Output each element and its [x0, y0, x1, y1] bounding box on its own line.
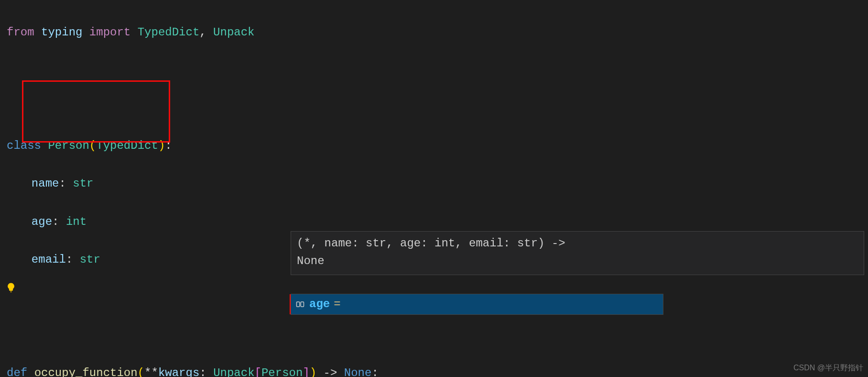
code-line[interactable] — [7, 326, 861, 345]
function-name: occupy_function — [34, 366, 138, 377]
paren-open: ( — [138, 366, 144, 377]
paren-open: ( — [89, 139, 96, 152]
keyword-def: def — [7, 366, 27, 377]
autocomplete-equals: = — [334, 295, 340, 314]
code-line[interactable]: name: str — [7, 174, 861, 193]
field-name: age — [32, 215, 52, 228]
watermark-text: CSDN @半只野指针 — [793, 362, 863, 374]
module-name: typing — [41, 26, 82, 39]
autocomplete-label: age — [309, 295, 330, 314]
variable-icon — [295, 299, 305, 310]
none-type: None — [344, 366, 372, 377]
code-editor[interactable]: from typing import TypedDict, Unpack cla… — [0, 0, 868, 377]
field-name: email — [32, 253, 66, 266]
signature-return: None — [297, 255, 325, 267]
code-line[interactable] — [7, 99, 861, 118]
import-item: TypedDict — [138, 26, 200, 39]
svg-rect-0 — [297, 302, 300, 307]
colon: : — [66, 253, 73, 266]
keyword-class: class — [7, 139, 41, 152]
field-name: name — [32, 177, 59, 190]
type-annotation: str — [80, 253, 100, 266]
stars: ** — [144, 366, 158, 377]
type-person: Person — [261, 366, 303, 377]
code-line[interactable]: from typing import TypedDict, Unpack — [7, 23, 861, 42]
code-line[interactable] — [7, 61, 861, 80]
type-annotation: int — [66, 215, 87, 228]
colon: : — [165, 139, 172, 152]
paren-close: ) — [310, 366, 316, 377]
keyword-import: import — [89, 26, 130, 39]
autocomplete-item[interactable]: age= — [291, 294, 663, 314]
paren-close: ) — [158, 139, 165, 152]
colon: : — [199, 366, 206, 377]
bracket-open: [ — [255, 366, 261, 377]
code-line[interactable]: def occupy_function(**kwargs: Unpack[Per… — [7, 364, 861, 377]
autocomplete-popup[interactable]: age= — [291, 294, 663, 315]
type-annotation: str — [73, 177, 93, 190]
code-line[interactable]: age: int — [7, 212, 861, 232]
colon: : — [59, 177, 65, 190]
lightbulb-icon[interactable] — [6, 280, 16, 291]
import-item: Unpack — [213, 26, 254, 39]
param-kwargs: kwargs — [158, 366, 199, 377]
class-name: Person — [48, 139, 89, 152]
comma: , — [199, 26, 206, 39]
signature-text: (*, name: str, age: int, email: str) -> — [297, 237, 565, 250]
base-class: TypedDict — [96, 139, 158, 152]
keyword-from: from — [7, 26, 34, 39]
arrow: -> — [316, 366, 344, 377]
colon: : — [52, 215, 59, 228]
type-unpack: Unpack — [213, 366, 254, 377]
code-line[interactable]: class Person(TypedDict): — [7, 136, 861, 155]
signature-help-tooltip: (*, name: str, age: int, email: str) -> … — [291, 231, 864, 275]
svg-rect-1 — [301, 302, 304, 307]
bracket-close: ] — [303, 366, 309, 377]
colon: : — [371, 366, 378, 377]
